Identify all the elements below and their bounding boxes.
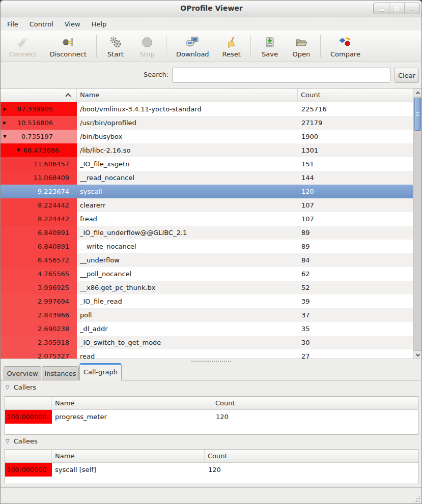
tree-row[interactable]: 9.223674syscall120	[1, 185, 413, 198]
callees-expander[interactable]: ▽ Callees	[6, 437, 38, 445]
search-row: Search: Clear	[1, 62, 422, 88]
resize-grip-icon[interactable]	[413, 495, 420, 502]
compare-label: Compare	[330, 50, 360, 58]
oprofile-viewer-window: OProfile Viewer ✕ FileControlViewHelp Co…	[0, 0, 422, 504]
expander-expanded-icon[interactable]: ▼	[17, 143, 20, 157]
tab-instances[interactable]: Instances	[42, 366, 79, 380]
clear-button[interactable]: Clear	[395, 68, 419, 83]
chevron-down-icon	[415, 352, 419, 356]
callers-row[interactable]: 100.000000progress_meter120	[5, 410, 418, 424]
name-cell: /usr/bin/oprofiled	[77, 116, 298, 130]
tree-header: Name Count	[1, 88, 413, 102]
column-header-count[interactable]: Count	[205, 450, 418, 462]
call-graph-panel: ▽ Callers Name Count 100.000000progress_…	[1, 380, 422, 487]
pane-splitter[interactable]	[1, 359, 422, 363]
scrollbar-thumb[interactable]	[414, 98, 421, 131]
download-button[interactable]: Download	[170, 32, 216, 61]
name-cell: _IO_switch_to_get_mode	[77, 336, 298, 349]
count-cell: 89	[298, 226, 413, 240]
callers-rows: 100.000000progress_meter120	[5, 410, 418, 424]
window-controls: ✕	[373, 3, 420, 14]
scroll-up-button[interactable]	[413, 88, 422, 97]
tree-row[interactable]: 4.765565__poll_nocancel62	[1, 267, 413, 281]
column-header-name[interactable]: Name	[77, 88, 298, 102]
maximize-icon	[395, 7, 399, 11]
count-cell: 27179	[298, 116, 413, 130]
vertical-scrollbar[interactable]	[413, 88, 422, 359]
percent-cell: 9.223674	[1, 185, 77, 198]
count-cell: 120	[298, 185, 413, 198]
tab-call-graph[interactable]: Call-graph	[79, 363, 122, 380]
window-title: OProfile Viewer	[1, 4, 422, 12]
maximize-button[interactable]	[389, 3, 404, 14]
name-cell: /bin/busybox	[77, 130, 298, 143]
connect-icon	[16, 35, 30, 49]
name-cell: __poll_nocancel	[77, 267, 298, 281]
count-cell: 27	[298, 349, 413, 359]
disconnect-button[interactable]: Disconnect	[43, 32, 93, 61]
callers-expander[interactable]: ▽ Callers	[6, 383, 36, 391]
count-cell: 35	[298, 322, 413, 336]
name-cell: /lib/libc-2.16.so	[77, 143, 298, 157]
column-header-name[interactable]: Name	[52, 397, 212, 409]
column-header-name[interactable]: Name	[52, 450, 205, 462]
column-header-percent[interactable]	[5, 397, 52, 409]
menu-item-help[interactable]: Help	[86, 19, 112, 29]
stop-label: Stop	[139, 50, 155, 58]
tree-row[interactable]: 2.997694_IO_file_read39	[1, 294, 413, 308]
search-input[interactable]	[172, 68, 390, 83]
column-header-count[interactable]: Count	[298, 88, 413, 102]
expander-expanded-icon[interactable]: ▼	[3, 130, 7, 143]
percent-cell: 2.997694	[1, 294, 77, 308]
name-cell: /boot/vmlinux-3.4.11-yocto-standard	[77, 102, 298, 116]
count-cell: 62	[298, 267, 413, 281]
tree-row[interactable]: ▼68.473686/lib/libc-2.16.so1301	[1, 143, 413, 157]
tree-row[interactable]: 3.996925__x86.get_pc_thunk.bx52	[1, 281, 413, 294]
disconnect-icon	[62, 35, 75, 49]
percent-cell: ▶87.339905	[1, 102, 77, 116]
menu-item-view[interactable]: View	[59, 19, 86, 29]
tree-row[interactable]: 2.075327read27	[1, 349, 413, 359]
tree-row[interactable]: ▼0.735197/bin/busybox1900	[1, 130, 413, 143]
name-cell: poll	[77, 308, 298, 322]
percent-cell: 3.996925	[1, 281, 77, 294]
tree-row[interactable]: 2.305918_IO_switch_to_get_mode30	[1, 336, 413, 349]
name-cell: progress_meter	[52, 410, 212, 424]
tree-row[interactable]: 11.606457_IO_file_xsgetn151	[1, 157, 413, 171]
percent-cell: 2.075327	[1, 349, 77, 359]
tree-row[interactable]: 8.224442fread107	[1, 212, 413, 226]
search-label: Search:	[144, 71, 168, 78]
tree-row[interactable]: 11.068409__read_nocancel144	[1, 171, 413, 185]
save-icon	[263, 35, 276, 49]
count-cell: 120	[212, 410, 418, 424]
tree-row[interactable]: 8.224442clearerr107	[1, 198, 413, 212]
start-button[interactable]: Start	[100, 32, 131, 61]
compare-button[interactable]: Compare	[324, 32, 367, 61]
toolbar: Connect Disconnect	[1, 31, 422, 62]
tree-row[interactable]: 6.456572__underflow84	[1, 253, 413, 267]
tree-row[interactable]: 2.690238_dl_addr35	[1, 322, 413, 336]
callees-row[interactable]: 100.000000syscall [self]120	[5, 463, 418, 477]
name-cell: syscall [self]	[52, 463, 205, 477]
tree-row[interactable]: ▶87.339905/boot/vmlinux-3.4.11-yocto-sta…	[1, 102, 413, 116]
count-cell: 39	[298, 294, 413, 308]
tab-overview[interactable]: Overview	[4, 366, 41, 380]
expander-collapsed-icon[interactable]: ▶	[3, 102, 7, 116]
close-button[interactable]: ✕	[404, 3, 419, 14]
column-header-percent[interactable]	[5, 450, 52, 462]
reset-button[interactable]: Reset	[216, 32, 247, 61]
tree-row[interactable]: 6.840891__write_nocancel89	[1, 240, 413, 253]
minimize-button[interactable]	[374, 3, 389, 14]
tree-row[interactable]: 2.843966poll37	[1, 308, 413, 322]
toolbar-separator	[166, 35, 166, 57]
menu-item-file[interactable]: File	[2, 19, 24, 29]
save-button[interactable]: Save	[254, 32, 286, 61]
scroll-down-button[interactable]	[413, 350, 422, 359]
tree-row[interactable]: ▶10.516806/usr/bin/oprofiled27179	[1, 116, 413, 130]
column-header-count[interactable]: Count	[212, 397, 418, 409]
open-button[interactable]: Open	[286, 32, 317, 61]
column-header-percent[interactable]	[1, 88, 77, 102]
expander-collapsed-icon[interactable]: ▶	[3, 116, 7, 130]
tree-row[interactable]: 6.840891_IO_file_underflow@@GLIBC_2.189	[1, 226, 413, 240]
menu-item-control[interactable]: Control	[24, 19, 59, 29]
